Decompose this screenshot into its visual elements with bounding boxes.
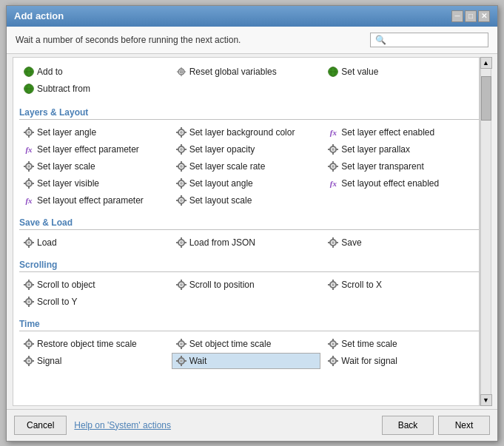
action-wait[interactable]: Wait bbox=[172, 353, 321, 369]
cancel-button[interactable]: Cancel bbox=[14, 416, 67, 435]
svg-rect-110 bbox=[28, 297, 30, 299]
svg-rect-34 bbox=[328, 149, 330, 150]
gear-icon bbox=[327, 355, 339, 367]
svg-rect-119 bbox=[32, 343, 34, 345]
category-scrolling: Scrolling bbox=[19, 260, 479, 272]
svg-rect-140 bbox=[181, 356, 182, 358]
gear-icon bbox=[175, 195, 187, 206]
gear-icon bbox=[327, 237, 339, 249]
action-set-layer-scale-rate[interactable]: Set layer scale rate bbox=[172, 158, 321, 175]
action-set-layer-opacity[interactable]: Set layer opacity bbox=[172, 141, 321, 158]
help-link[interactable]: Help on 'System' actions bbox=[74, 420, 171, 430]
action-scroll-to-object[interactable]: Scroll to object bbox=[19, 277, 169, 293]
action-signal[interactable]: Signal bbox=[19, 353, 169, 369]
globe-icon-2 bbox=[327, 66, 339, 78]
action-set-layer-effect-enabled[interactable]: fx Set layer effect enabled bbox=[323, 124, 473, 141]
svg-rect-122 bbox=[181, 339, 182, 341]
svg-rect-131 bbox=[336, 343, 338, 345]
scroll-thumb[interactable] bbox=[481, 76, 491, 121]
action-set-value[interactable]: Set value bbox=[323, 64, 473, 80]
svg-rect-45 bbox=[181, 169, 182, 172]
action-subtract-from[interactable]: Subtract from bbox=[19, 81, 169, 97]
action-scroll-to-position[interactable]: Scroll to position bbox=[172, 277, 321, 293]
svg-rect-22 bbox=[176, 132, 178, 133]
action-set-time-scale[interactable]: Set time scale bbox=[323, 336, 473, 352]
svg-rect-99 bbox=[181, 288, 182, 290]
gear-icon bbox=[23, 338, 35, 350]
svg-rect-71 bbox=[184, 200, 187, 201]
search-icon: 🔍 bbox=[375, 35, 386, 45]
svg-point-139 bbox=[180, 359, 183, 362]
category-time: Time bbox=[19, 319, 479, 331]
action-reset-global-variables[interactable]: Reset global variables bbox=[172, 64, 321, 80]
action-set-layer-scale[interactable]: Set layer scale bbox=[19, 158, 169, 175]
svg-rect-116 bbox=[28, 339, 30, 341]
action-subtract-from-label: Subtract from bbox=[37, 84, 90, 94]
action-restore-object-time-scale[interactable]: Restore object time scale bbox=[19, 336, 169, 352]
svg-rect-50 bbox=[332, 161, 334, 163]
scroll-up-button[interactable]: ▲ bbox=[480, 57, 492, 69]
action-load[interactable]: Load bbox=[19, 234, 169, 251]
action-set-layout-effect-param[interactable]: fx Set layout effect parameter bbox=[19, 192, 169, 209]
svg-rect-83 bbox=[184, 242, 187, 243]
action-set-object-time-scale[interactable]: Set object time scale bbox=[172, 336, 321, 352]
svg-rect-46 bbox=[176, 166, 178, 167]
svg-rect-38 bbox=[28, 161, 30, 163]
category-layers-layout: Layers & Layout bbox=[19, 107, 479, 120]
action-scroll-to-x[interactable]: Scroll to X bbox=[323, 277, 473, 293]
svg-rect-47 bbox=[184, 166, 187, 167]
svg-rect-107 bbox=[336, 284, 338, 285]
action-reset-global-variables-label: Reset global variables bbox=[189, 67, 277, 77]
action-set-layout-effect-enabled[interactable]: fx Set layout effect enabled bbox=[323, 175, 473, 192]
next-button[interactable]: Next bbox=[438, 416, 490, 435]
dialog-title: Add action bbox=[14, 10, 64, 21]
gear-icon bbox=[175, 279, 187, 291]
action-set-layer-parallax[interactable]: Set layer parallax bbox=[323, 141, 473, 158]
svg-point-67 bbox=[180, 199, 183, 202]
back-button[interactable]: Back bbox=[382, 416, 434, 435]
svg-rect-100 bbox=[176, 284, 178, 285]
action-set-layer-bg-color[interactable]: Set layer background color bbox=[172, 124, 321, 141]
svg-rect-142 bbox=[176, 360, 178, 362]
svg-rect-125 bbox=[184, 343, 187, 345]
svg-rect-65 bbox=[184, 183, 187, 184]
svg-point-127 bbox=[332, 342, 335, 345]
fx-icon: fx bbox=[23, 143, 35, 155]
svg-rect-92 bbox=[28, 280, 30, 282]
search-input[interactable] bbox=[389, 35, 485, 45]
action-save[interactable]: Save bbox=[323, 234, 473, 251]
svg-rect-112 bbox=[24, 301, 26, 303]
svg-rect-35 bbox=[336, 149, 338, 150]
svg-rect-80 bbox=[181, 237, 182, 240]
scrollbar[interactable]: ▲ ▼ bbox=[480, 57, 491, 406]
svg-rect-69 bbox=[181, 203, 182, 206]
svg-rect-27 bbox=[181, 152, 182, 155]
maximize-button[interactable]: □ bbox=[465, 10, 477, 22]
svg-rect-57 bbox=[28, 186, 30, 189]
action-load-from-json[interactable]: Load from JSON bbox=[172, 234, 321, 251]
close-button[interactable]: ✕ bbox=[478, 10, 490, 22]
action-set-layer-angle[interactable]: Set layer angle bbox=[19, 124, 169, 141]
gear-icon bbox=[327, 143, 339, 155]
minimize-button[interactable]: ─ bbox=[451, 10, 463, 22]
action-set-layer-effect-param[interactable]: fx Set layer effect parameter bbox=[19, 141, 169, 158]
search-box: 🔍 bbox=[370, 33, 488, 47]
action-set-layer-transparent[interactable]: Set layer transparent bbox=[323, 158, 473, 175]
action-set-layout-angle[interactable]: Set layout angle bbox=[172, 175, 321, 192]
action-wait-for-signal[interactable]: Wait for signal bbox=[323, 353, 473, 369]
svg-rect-53 bbox=[336, 166, 338, 167]
scroll-down-button[interactable]: ▼ bbox=[480, 394, 492, 406]
scroll-track[interactable] bbox=[480, 69, 491, 394]
svg-rect-75 bbox=[28, 246, 30, 248]
svg-rect-15 bbox=[28, 135, 30, 138]
gear-icon bbox=[23, 279, 35, 291]
svg-rect-101 bbox=[184, 284, 187, 285]
action-scroll-to-y[interactable]: Scroll to Y bbox=[19, 294, 169, 310]
gear-icon bbox=[23, 355, 35, 367]
svg-rect-68 bbox=[181, 195, 182, 197]
svg-point-43 bbox=[180, 165, 183, 168]
svg-rect-146 bbox=[332, 356, 334, 358]
action-set-layer-visible[interactable]: Set layer visible bbox=[19, 175, 169, 192]
action-set-layout-scale[interactable]: Set layout scale bbox=[172, 192, 321, 209]
action-add-to[interactable]: Add to bbox=[19, 64, 169, 80]
